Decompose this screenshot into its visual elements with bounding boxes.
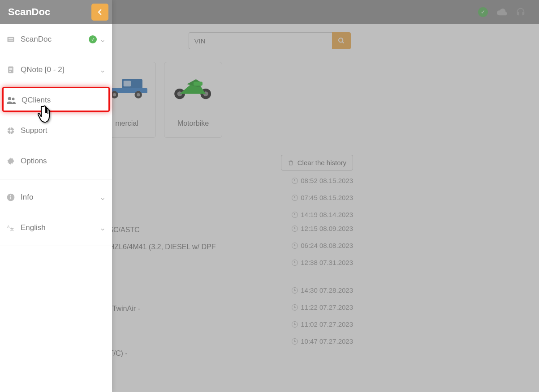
sidebar-item-support[interactable]: Support xyxy=(0,115,112,146)
svg-rect-19 xyxy=(9,69,13,70)
svg-point-32 xyxy=(10,195,11,196)
chevron-down-icon: ⌄ xyxy=(99,65,106,75)
svg-rect-27 xyxy=(7,130,9,131)
sidebar-item-language[interactable]: A文 English ⌄ xyxy=(0,213,112,243)
sidebar-item-info[interactable]: Info ⌄ xyxy=(0,182,112,213)
sidebar-item-scandoc[interactable]: ScanDoc ✓ ⌄ xyxy=(0,24,112,55)
sidebar-item-label: English xyxy=(21,223,46,232)
svg-point-22 xyxy=(12,98,15,100)
sidebar-item-qclients[interactable]: QClients xyxy=(0,85,112,115)
svg-rect-25 xyxy=(10,127,11,129)
svg-rect-16 xyxy=(9,40,13,41)
sidebar-item-label: QNote [0 - 2] xyxy=(21,65,64,74)
svg-rect-31 xyxy=(10,196,11,199)
sidebar-panel: ScanDoc ScanDoc ✓ ⌄ QNote [0 - 2] ⌄ QCli… xyxy=(0,0,112,392)
sidebar-item-label: Info xyxy=(21,193,33,202)
svg-rect-28 xyxy=(13,130,14,131)
sidebar-item-label: Options xyxy=(21,157,47,166)
svg-text:A: A xyxy=(7,225,10,229)
svg-rect-26 xyxy=(10,132,11,134)
sidebar-item-qnote[interactable]: QNote [0 - 2] ⌄ xyxy=(0,55,112,85)
chevron-down-icon: ⌄ xyxy=(99,193,106,202)
svg-rect-20 xyxy=(9,71,11,72)
svg-rect-15 xyxy=(9,38,13,39)
sidebar-back-button[interactable] xyxy=(91,4,108,21)
sidebar-item-options[interactable]: Options xyxy=(0,146,112,176)
chevron-down-icon: ⌄ xyxy=(99,35,106,44)
svg-rect-18 xyxy=(9,68,13,69)
sidebar-item-label: ScanDoc xyxy=(21,35,52,44)
check-icon: ✓ xyxy=(89,35,97,43)
svg-text:文: 文 xyxy=(10,227,14,231)
chevron-down-icon: ⌄ xyxy=(99,223,106,233)
sidebar-item-label: QClients xyxy=(22,96,51,105)
svg-rect-14 xyxy=(8,37,14,42)
sidebar-header: ScanDoc xyxy=(0,0,112,24)
sidebar-item-label: Support xyxy=(21,126,47,135)
svg-point-21 xyxy=(8,97,11,100)
svg-point-24 xyxy=(10,130,12,132)
sidebar-title: ScanDoc xyxy=(8,6,50,18)
